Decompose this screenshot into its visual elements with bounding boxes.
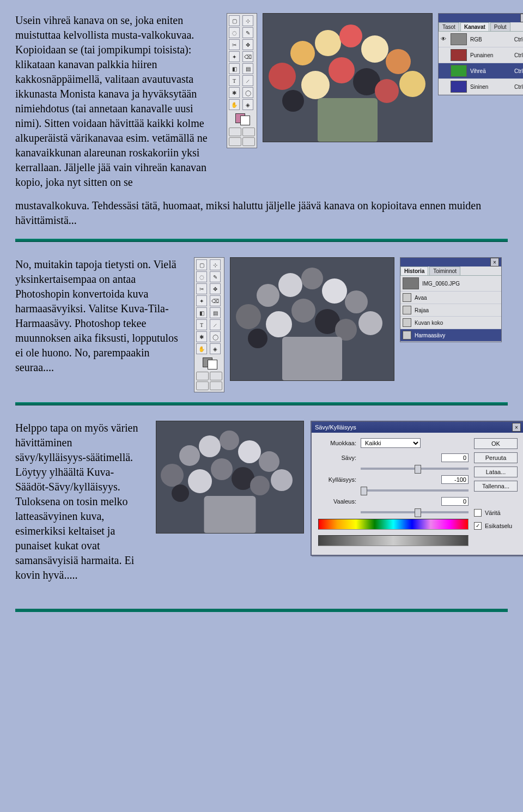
tool-icon[interactable]: ◧: [196, 307, 207, 318]
hue-slider[interactable]: [361, 468, 469, 470]
tab-channels[interactable]: Kanavat: [460, 22, 489, 31]
tool-icon[interactable]: ✱: [229, 87, 240, 98]
close-icon[interactable]: ×: [490, 258, 499, 266]
figure-3: Sävy/Kylläisyys × Muokkaa: Kaikki: [156, 421, 523, 556]
screenmode-icon[interactable]: [210, 372, 222, 380]
quickmask-icon[interactable]: [229, 128, 241, 136]
tool-icon[interactable]: ✎: [210, 271, 221, 282]
toolbox-2: ▢⊹ ◌✎ ✂✥ ✦⌫ ◧▤ T⟋ ✱◯ ✋◈: [194, 257, 224, 392]
mode-icon[interactable]: [229, 137, 241, 146]
channels-panel: × Tasot Kanavat Polut 👁 RGB Ctrl+~: [438, 13, 523, 95]
section3-text: Helppo tapa on myös värien hävittäminen …: [15, 421, 141, 583]
tool-icon[interactable]: ◧: [229, 63, 240, 74]
tool-icon[interactable]: ✱: [196, 331, 207, 342]
tool-icon[interactable]: ⟋: [210, 319, 221, 330]
tool-icon[interactable]: ✋: [229, 99, 240, 110]
section1-text: Usein vihreä kanava on se, joka eniten m…: [15, 13, 211, 190]
channel-label: Sininen: [470, 84, 488, 90]
colorize-check[interactable]: Väritä: [474, 509, 518, 517]
tool-icon[interactable]: ◈: [242, 99, 253, 110]
tool-icon[interactable]: ✦: [229, 51, 240, 62]
section1-text-below: mustavalkokuva. Tehdessäsi tätä, huomaat…: [15, 198, 508, 228]
tool-icon[interactable]: ◯: [210, 331, 221, 342]
tool-icon[interactable]: ◌: [229, 27, 240, 38]
divider: [15, 402, 508, 405]
history-label: Kuvan koko: [415, 320, 443, 326]
quickmask-icon[interactable]: [196, 372, 209, 380]
tool-icon[interactable]: ✥: [210, 283, 221, 294]
figure-1: ▢⊹ ◌✎ ✂✥ ✦⌫ ◧▤ T⟋ ✱◯ ✋◈: [227, 13, 523, 148]
save-button[interactable]: Tallenna...: [474, 481, 518, 492]
tool-icon[interactable]: ⊹: [242, 15, 253, 26]
divider: [15, 239, 508, 242]
mode-icon[interactable]: [242, 137, 255, 146]
channel-shortcut: Ctrl+~: [514, 37, 523, 43]
tool-icon[interactable]: ◌: [196, 271, 207, 282]
channel-row[interactable]: Sininen Ctrl+3: [439, 79, 523, 95]
tool-icon[interactable]: T: [229, 75, 240, 86]
tool-icon[interactable]: ⌫: [210, 295, 221, 306]
checkbox-icon[interactable]: ✓: [474, 522, 482, 530]
bg-color-icon[interactable]: [208, 360, 217, 369]
section2-text: No, muitakin tapoja tietysti on. Vielä y…: [15, 257, 179, 375]
close-icon[interactable]: ×: [512, 423, 521, 432]
mode-select[interactable]: Kaikki: [361, 438, 421, 448]
history-panel: × Historia Toiminnot IMG_0060.JPG Avaa R…: [400, 257, 502, 342]
tool-icon[interactable]: ▢: [229, 15, 240, 26]
toolbox-1: ▢⊹ ◌✎ ✂✥ ✦⌫ ◧▤ T⟋ ✱◯ ✋◈: [227, 13, 257, 148]
channel-shortcut: Ctrl+1: [514, 52, 523, 58]
channel-shortcut: Ctrl+2: [514, 68, 523, 74]
history-row[interactable]: Avaa: [400, 292, 501, 304]
dialog-title: Sävy/Kylläisyys: [315, 424, 356, 431]
ok-button[interactable]: OK: [474, 438, 518, 449]
tool-icon[interactable]: ✥: [242, 39, 253, 50]
channel-label: Vihreä: [470, 68, 486, 74]
channel-row[interactable]: Punainen Ctrl+1: [439, 47, 523, 63]
eye-icon[interactable]: 👁: [441, 36, 447, 43]
tool-icon[interactable]: ▤: [210, 307, 221, 318]
sat-input[interactable]: [441, 475, 469, 484]
hue-bar: [318, 519, 469, 530]
history-row[interactable]: Kuvan koko: [400, 317, 501, 329]
tab-paths[interactable]: Polut: [490, 22, 510, 31]
mode-icon[interactable]: [210, 381, 222, 390]
tab-layers[interactable]: Tasot: [439, 22, 459, 31]
tool-icon[interactable]: ▤: [242, 63, 253, 74]
light-slider[interactable]: [361, 511, 469, 513]
tab-history[interactable]: Historia: [400, 266, 428, 275]
cancel-button[interactable]: Peruuta: [474, 452, 518, 463]
screenmode-icon[interactable]: [242, 128, 255, 136]
history-row[interactable]: Rajaa: [400, 304, 501, 317]
load-button[interactable]: Lataa...: [474, 466, 518, 477]
tool-icon[interactable]: ✦: [196, 295, 207, 306]
figure-2: ▢⊹ ◌✎ ✂✥ ✦⌫ ◧▤ T⟋ ✱◯ ✋◈: [194, 257, 508, 392]
history-row-selected[interactable]: Harmaasävy: [400, 329, 501, 342]
channel-row-selected[interactable]: Vihreä Ctrl+2: [439, 63, 523, 79]
tool-icon[interactable]: T: [196, 319, 207, 330]
mode-icon[interactable]: [196, 381, 209, 390]
channel-row[interactable]: 👁 RGB Ctrl+~: [439, 32, 523, 47]
sat-slider[interactable]: [361, 489, 469, 492]
tool-icon[interactable]: ▢: [196, 259, 207, 270]
channel-shortcut: Ctrl+3: [514, 84, 523, 90]
hue-input[interactable]: [441, 453, 469, 462]
close-icon[interactable]: ×: [520, 14, 523, 22]
tool-icon[interactable]: ⟋: [242, 75, 253, 86]
tool-icon[interactable]: ✎: [242, 27, 253, 38]
image-preview-1: [263, 13, 433, 142]
bg-color-icon[interactable]: [240, 116, 250, 125]
tool-icon[interactable]: ✋: [196, 343, 207, 354]
tool-icon[interactable]: ⊹: [210, 259, 221, 270]
tool-icon[interactable]: ✂: [229, 39, 240, 50]
tool-icon[interactable]: ✂: [196, 283, 207, 294]
tool-icon[interactable]: ◯: [242, 87, 253, 98]
checkbox-icon[interactable]: [474, 509, 482, 517]
light-input[interactable]: [441, 497, 469, 506]
tool-icon[interactable]: ◈: [210, 343, 221, 354]
image-preview-3: [156, 421, 304, 534]
tab-actions[interactable]: Toiminnot: [429, 266, 460, 275]
tool-icon[interactable]: ⌫: [242, 51, 253, 62]
preview-check[interactable]: ✓Esikatselu: [474, 522, 518, 530]
hue-sat-dialog: Sävy/Kylläisyys × Muokkaa: Kaikki: [311, 421, 523, 556]
light-label: Vaaleus:: [318, 498, 356, 505]
